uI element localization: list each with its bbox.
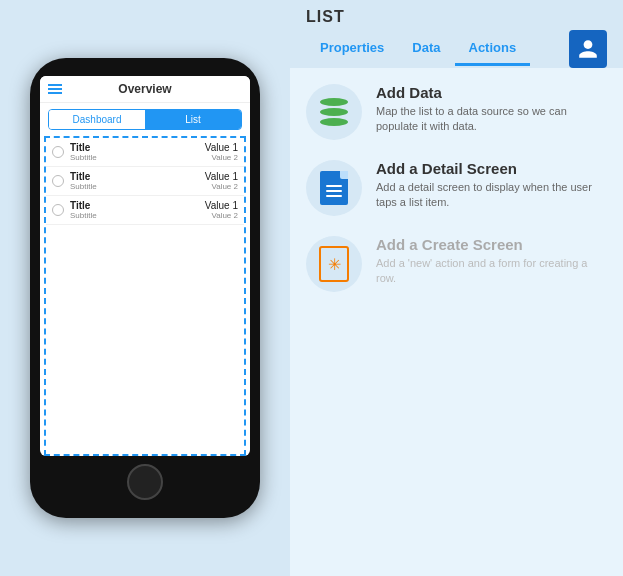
nav-icon-button[interactable] bbox=[569, 30, 607, 68]
tab-dashboard[interactable]: Dashboard bbox=[49, 110, 145, 129]
action-desc: Map the list to a data source so we can … bbox=[376, 104, 607, 135]
star-symbol: ✳ bbox=[328, 255, 341, 274]
radio-circle bbox=[52, 146, 64, 158]
action-title-muted: Add a Create Screen bbox=[376, 236, 607, 253]
screen-header: Overview bbox=[40, 76, 250, 103]
tab-list[interactable]: List bbox=[145, 110, 241, 129]
item-subtitle: Subtitle bbox=[70, 211, 205, 220]
item-value1: Value 1 bbox=[205, 171, 238, 182]
item-value1: Value 1 bbox=[205, 200, 238, 211]
item-subtitle: Subtitle bbox=[70, 182, 205, 191]
action-text: Add a Create Screen Add a 'new' action a… bbox=[376, 236, 607, 287]
actions-list: Add Data Map the list to a data source s… bbox=[290, 68, 623, 308]
action-text: Add Data Map the list to a data source s… bbox=[376, 84, 607, 135]
list-item-content: Title Subtitle bbox=[70, 171, 205, 191]
right-panel: LIST Properties Data Actions Ad bbox=[290, 0, 623, 576]
tab-nav: Properties Data Actions bbox=[306, 30, 607, 68]
phone-mockup-panel: Overview Dashboard List Title Subtitle V… bbox=[0, 0, 290, 576]
list-item[interactable]: Title Subtitle Value 1 Value 2 bbox=[46, 138, 244, 167]
hamburger-icon[interactable] bbox=[48, 84, 62, 94]
radio-circle bbox=[52, 175, 64, 187]
doc-lines bbox=[326, 185, 342, 197]
item-values: Value 1 Value 2 bbox=[205, 171, 238, 191]
phone-home-button[interactable] bbox=[127, 464, 163, 500]
star-form-icon: ✳ bbox=[319, 246, 349, 282]
database-icon bbox=[320, 98, 348, 126]
list-item-content: Title Subtitle bbox=[70, 142, 205, 162]
list-selection: Title Subtitle Value 1 Value 2 Title Sub… bbox=[44, 136, 246, 456]
item-value2: Value 2 bbox=[205, 153, 238, 162]
right-header: LIST Properties Data Actions bbox=[290, 0, 623, 68]
item-value2: Value 2 bbox=[205, 182, 238, 191]
item-value1: Value 1 bbox=[205, 142, 238, 153]
add-data-icon-wrap bbox=[306, 84, 362, 140]
tab-actions[interactable]: Actions bbox=[455, 32, 531, 66]
list-item-content: Title Subtitle bbox=[70, 200, 205, 220]
radio-circle bbox=[52, 204, 64, 216]
item-title: Title bbox=[70, 142, 205, 153]
action-add-create[interactable]: ✳ Add a Create Screen Add a 'new' action… bbox=[306, 236, 607, 292]
item-values: Value 1 Value 2 bbox=[205, 142, 238, 162]
add-detail-icon-wrap bbox=[306, 160, 362, 216]
action-desc: Add a detail screen to display when the … bbox=[376, 180, 607, 211]
list-item[interactable]: Title Subtitle Value 1 Value 2 bbox=[46, 196, 244, 225]
action-add-data[interactable]: Add Data Map the list to a data source s… bbox=[306, 84, 607, 140]
document-icon bbox=[320, 171, 348, 205]
item-value2: Value 2 bbox=[205, 211, 238, 220]
action-desc-muted: Add a 'new' action and a form for creati… bbox=[376, 256, 607, 287]
tab-properties[interactable]: Properties bbox=[306, 32, 398, 66]
phone-tab-bar: Dashboard List bbox=[48, 109, 242, 130]
panel-title: LIST bbox=[306, 8, 607, 30]
item-title: Title bbox=[70, 200, 205, 211]
item-subtitle: Subtitle bbox=[70, 153, 205, 162]
action-add-detail[interactable]: Add a Detail Screen Add a detail screen … bbox=[306, 160, 607, 216]
action-title: Add Data bbox=[376, 84, 607, 101]
screen-title: Overview bbox=[118, 82, 171, 96]
list-item[interactable]: Title Subtitle Value 1 Value 2 bbox=[46, 167, 244, 196]
action-title: Add a Detail Screen bbox=[376, 160, 607, 177]
item-title: Title bbox=[70, 171, 205, 182]
user-icon bbox=[577, 38, 599, 60]
phone-screen: Overview Dashboard List Title Subtitle V… bbox=[40, 76, 250, 456]
add-create-icon-wrap: ✳ bbox=[306, 236, 362, 292]
tab-data[interactable]: Data bbox=[398, 32, 454, 66]
item-values: Value 1 Value 2 bbox=[205, 200, 238, 220]
phone-device: Overview Dashboard List Title Subtitle V… bbox=[30, 58, 260, 518]
action-text: Add a Detail Screen Add a detail screen … bbox=[376, 160, 607, 211]
